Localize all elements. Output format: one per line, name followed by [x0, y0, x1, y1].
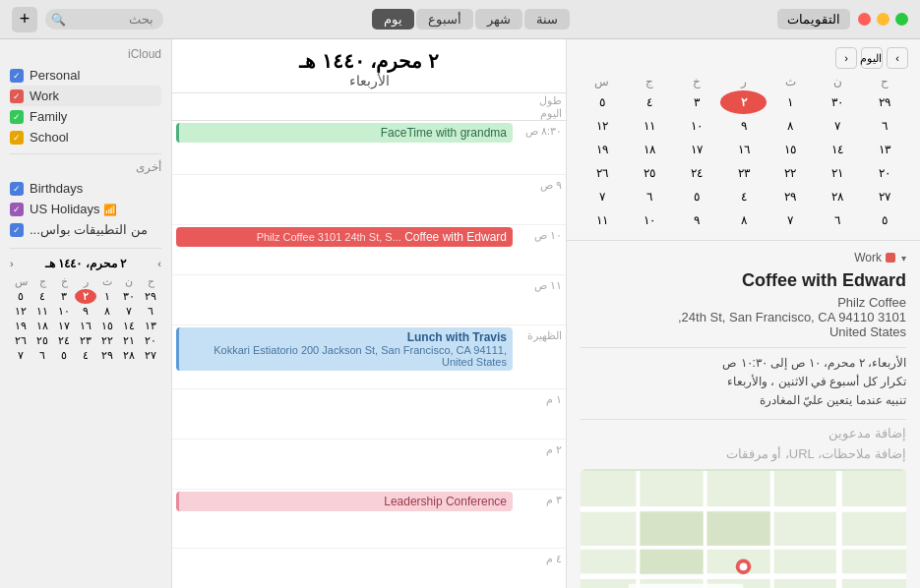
sm-cal-day[interactable]: ١٥ — [96, 319, 118, 333]
cal-day[interactable]: ١٠ — [626, 208, 673, 232]
cal-day[interactable]: ٧ — [814, 114, 861, 138]
sm-cal-day[interactable]: ٥ — [53, 348, 75, 363]
calendars-button[interactable]: التقويمات — [777, 9, 850, 29]
cal-day[interactable]: ٢٦ — [579, 161, 626, 185]
sm-cal-day[interactable]: ١٩ — [10, 319, 31, 333]
sm-cal-day[interactable]: ١٠ — [53, 304, 75, 319]
cal-day[interactable]: ٤ — [720, 185, 767, 208]
maximize-button[interactable] — [895, 13, 908, 26]
cal-day[interactable]: ٨ — [767, 114, 814, 138]
cal-day[interactable]: ٧ — [767, 208, 814, 232]
sidebar-mini-cal-prev[interactable]: ‹ — [10, 258, 14, 269]
sm-cal-day[interactable]: ١٦ — [75, 319, 96, 333]
sidebar-mini-cal-next[interactable]: › — [157, 258, 161, 269]
sm-cal-day[interactable]: ٣٠ — [118, 289, 140, 304]
calendar-item-family[interactable]: Family ✓ — [10, 106, 161, 127]
cal-day[interactable]: ٢٩ — [767, 185, 814, 208]
cal-day[interactable]: ٦ — [861, 114, 908, 138]
calendar-item-birthdays[interactable]: Birthdays ✓ — [10, 178, 161, 199]
sm-cal-day-today[interactable]: ٢ — [75, 289, 96, 304]
cal-day[interactable]: ٤ — [626, 90, 673, 114]
cal-day[interactable]: ٥ — [861, 208, 908, 232]
sm-cal-day[interactable]: ١١ — [31, 304, 53, 319]
sm-cal-day[interactable]: ٧ — [10, 348, 31, 363]
sm-cal-day[interactable]: ١٤ — [118, 319, 140, 333]
cal-day[interactable]: ٦ — [814, 208, 861, 232]
mini-cal-next[interactable]: › — [887, 47, 908, 69]
sm-cal-day[interactable]: ١٢ — [10, 304, 31, 319]
cal-day[interactable]: ٢١ — [814, 161, 861, 185]
event-map[interactable]: Wise Sons Jewish — [581, 469, 906, 588]
calendar-item-personal[interactable]: Personal ✓ — [10, 65, 161, 86]
sm-cal-day[interactable]: ٤ — [75, 348, 96, 363]
cal-day[interactable]: ١١ — [626, 114, 673, 138]
calendar-checkbox-personal[interactable]: ✓ — [10, 69, 24, 83]
calendar-item-work[interactable]: Work ✓ — [10, 86, 161, 106]
close-button[interactable] — [858, 13, 871, 26]
cal-day[interactable]: ١٩ — [579, 138, 626, 161]
calendar-item-apps[interactable]: من التطبيقات بواس... ✓ — [10, 219, 161, 240]
tab-week[interactable]: أسبوع — [416, 9, 473, 29]
cal-day[interactable]: ١٨ — [626, 138, 673, 161]
sm-cal-day[interactable]: ٢٩ — [96, 348, 118, 363]
cal-day[interactable]: ٢٥ — [626, 161, 673, 185]
sm-cal-day[interactable]: ١٧ — [53, 319, 75, 333]
sm-cal-day[interactable]: ٩ — [75, 304, 96, 319]
sm-cal-day[interactable]: ٤ — [31, 289, 53, 304]
cal-day[interactable]: ١٣ — [861, 138, 908, 161]
cal-day[interactable]: ٣ — [673, 90, 720, 114]
calendar-checkbox-apps[interactable]: ✓ — [10, 223, 24, 237]
cal-day[interactable]: ١٢ — [579, 114, 626, 138]
cal-day[interactable]: ١٥ — [767, 138, 814, 161]
sm-cal-day[interactable]: ٢٦ — [10, 333, 31, 348]
cal-day[interactable]: ٢٩ — [861, 90, 908, 114]
cal-day[interactable]: ١٦ — [720, 138, 767, 161]
cal-day[interactable]: ١ — [767, 90, 814, 114]
calendar-checkbox-holidays[interactable]: ✓ — [10, 203, 24, 216]
calendar-checkbox-school[interactable]: ✓ — [10, 131, 24, 145]
cal-day[interactable]: ٥ — [673, 185, 720, 208]
sm-cal-day[interactable]: ٢٥ — [31, 333, 53, 348]
sm-cal-day[interactable]: ٨ — [96, 304, 118, 319]
sm-cal-day[interactable]: ٢٧ — [140, 348, 161, 363]
cal-day[interactable]: ٥ — [579, 90, 626, 114]
event-invitees-field[interactable]: إضافة مدعوين — [581, 419, 906, 441]
event-lunch[interactable]: Lunch with Travis Kokkari Estiatorio 200… — [176, 327, 513, 371]
cal-day[interactable]: ٩ — [673, 208, 720, 232]
sm-cal-day[interactable]: ٢٩ — [140, 289, 161, 304]
sm-cal-day[interactable]: ٢٠ — [140, 333, 161, 348]
add-button[interactable]: + — [12, 7, 37, 32]
cal-day[interactable]: ١٧ — [673, 138, 720, 161]
calendar-item-holidays[interactable]: 📶 US Holidays ✓ — [10, 199, 161, 219]
cal-day[interactable]: ٢٧ — [861, 185, 908, 208]
cal-day[interactable]: ١٠ — [673, 114, 720, 138]
minimize-button[interactable] — [877, 13, 889, 26]
cal-day[interactable]: ١١ — [579, 208, 626, 232]
tab-day[interactable]: يوم — [372, 9, 414, 29]
event-tag[interactable]: Work — [854, 251, 895, 265]
sm-cal-day[interactable]: ٢٢ — [96, 333, 118, 348]
sm-cal-day[interactable]: ٢٨ — [118, 348, 140, 363]
calendar-checkbox-birthdays[interactable]: ✓ — [10, 182, 24, 196]
cal-day[interactable]: ٩ — [720, 114, 767, 138]
event-facetime[interactable]: FaceTime with grandma — [176, 123, 513, 143]
mini-cal-today[interactable]: اليوم — [861, 47, 883, 69]
cal-day[interactable]: ١٤ — [814, 138, 861, 161]
sm-cal-day[interactable]: ٢٤ — [53, 333, 75, 348]
cal-day[interactable]: ٣٠ — [814, 90, 861, 114]
cal-day-today[interactable]: ٢ — [720, 90, 767, 114]
calendar-checkbox-work[interactable]: ✓ — [10, 89, 24, 103]
sm-cal-day[interactable]: ٧ — [118, 304, 140, 319]
cal-day[interactable]: ٨ — [720, 208, 767, 232]
sm-cal-day[interactable]: ٥ — [10, 289, 31, 304]
mini-cal-prev[interactable]: ‹ — [835, 47, 857, 69]
sm-cal-day[interactable]: ٦ — [31, 348, 53, 363]
tab-year[interactable]: سنة — [524, 9, 570, 29]
event-coffee[interactable]: Philz Coffee 3101 24th St, S... Coffee w… — [176, 227, 513, 247]
cal-day[interactable]: ٢٢ — [767, 161, 814, 185]
sm-cal-day[interactable]: ١٣ — [140, 319, 161, 333]
tab-month[interactable]: شهر — [475, 9, 522, 29]
cal-day[interactable]: ٢٤ — [673, 161, 720, 185]
event-leadership[interactable]: Leadership Conference — [176, 492, 513, 511]
cal-day[interactable]: ٦ — [626, 185, 673, 208]
